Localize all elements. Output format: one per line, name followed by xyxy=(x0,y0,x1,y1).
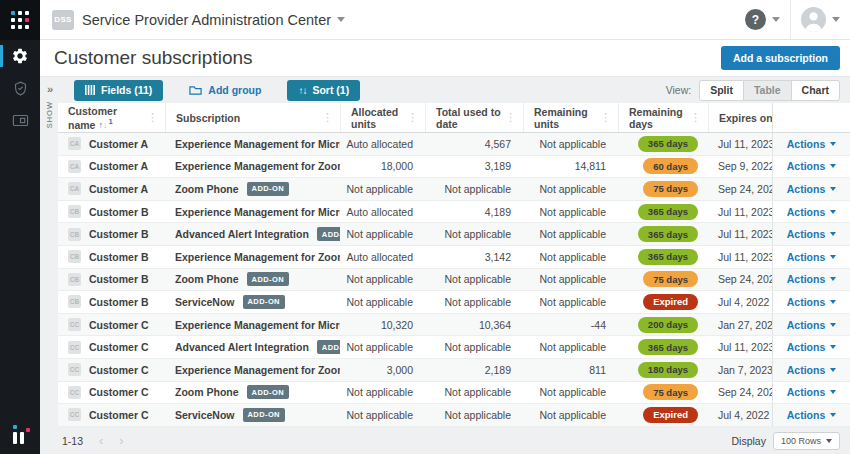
add-subscription-button[interactable]: Add a subscription xyxy=(721,46,840,70)
allocated-units-cell: 10,320 xyxy=(340,314,425,336)
column-header-remaining-days[interactable]: Remaining days ⋮ xyxy=(618,103,708,132)
expand-panel-icon[interactable]: » xyxy=(47,83,51,95)
actions-button[interactable]: Actions xyxy=(787,409,837,421)
customer-name-cell: Customer C xyxy=(89,319,149,331)
table-row[interactable]: CC Customer C Zoom Phone ADD-ON Not appl… xyxy=(58,382,850,405)
remaining-days-cell: 200 days xyxy=(618,314,708,336)
previous-page-button[interactable]: ‹ xyxy=(99,434,103,447)
view-option-chart[interactable]: Chart xyxy=(792,80,840,101)
allocated-units-cell: Auto allocated xyxy=(340,201,425,223)
table-toolbar: Fields (11) Add group ↑↓ Sort (1) View: … xyxy=(58,77,850,103)
customer-avatar: CC xyxy=(68,363,81,376)
addon-badge: ADD-ON xyxy=(243,408,285,422)
remaining-units-cell: 14,811 xyxy=(523,156,618,178)
table-row[interactable]: CA Customer A Experience Management for … xyxy=(58,156,850,179)
sort-button[interactable]: ↑↓ Sort (1) xyxy=(287,80,360,101)
subscription-name-cell: Experience Management for Microsoft xyxy=(175,206,340,218)
column-header-total-used[interactable]: Total used to date ⋮ xyxy=(425,103,523,132)
table-row[interactable]: CB Customer B Experience Management for … xyxy=(58,246,850,269)
chevron-down-icon xyxy=(830,368,836,372)
customer-name-cell: Customer B xyxy=(89,206,149,218)
column-menu-icon[interactable]: ⋮ xyxy=(688,111,703,124)
customer-name-cell: Customer C xyxy=(89,364,149,376)
remaining-days-badge: 365 days xyxy=(638,249,698,265)
actions-button[interactable]: Actions xyxy=(787,228,837,240)
allocated-units-cell: Not applicable xyxy=(340,291,425,313)
actions-button[interactable]: Actions xyxy=(787,386,837,398)
remaining-days-badge: 75 days xyxy=(643,181,698,197)
customer-avatar: CC xyxy=(68,408,81,421)
table-row[interactable]: CA Customer A Experience Management for … xyxy=(58,133,850,156)
column-menu-icon[interactable]: ⋮ xyxy=(145,111,160,124)
sidebar-item-security[interactable] xyxy=(0,72,40,104)
table-row[interactable]: CC Customer C Experience Management for … xyxy=(58,314,850,337)
actions-button[interactable]: Actions xyxy=(787,364,837,376)
actions-button[interactable]: Actions xyxy=(787,251,837,263)
customer-name-cell: Customer A xyxy=(89,138,148,150)
remaining-days-cell: 75 days xyxy=(618,269,708,291)
remaining-days-cell: 75 days xyxy=(618,178,708,200)
show-panel-label: SHOW xyxy=(45,101,54,128)
actions-cell: Actions xyxy=(772,223,850,245)
customer-name-cell: Customer B xyxy=(89,228,149,240)
chevron-down-icon xyxy=(830,164,836,168)
column-menu-icon[interactable]: ⋮ xyxy=(320,111,335,124)
remaining-units-cell: 811 xyxy=(523,359,618,381)
table-footer: 1-13 ‹ › Display 100 Rows xyxy=(58,427,850,454)
remaining-units-cell: Not applicable xyxy=(523,201,618,223)
actions-cell: Actions xyxy=(772,246,850,268)
remaining-days-cell: Expired xyxy=(618,404,708,426)
allocated-units-cell: Not applicable xyxy=(340,223,425,245)
app-launcher-icon[interactable] xyxy=(0,0,40,40)
user-menu-button[interactable] xyxy=(791,0,850,39)
next-page-button[interactable]: › xyxy=(119,434,123,447)
remaining-units-cell: Not applicable xyxy=(523,382,618,404)
actions-button[interactable]: Actions xyxy=(787,138,837,150)
brand-logo xyxy=(0,424,40,446)
view-option-split[interactable]: Split xyxy=(699,80,744,101)
actions-button[interactable]: Actions xyxy=(787,183,837,195)
column-header-customer-name[interactable]: Customer name↑↓1 ⋮ xyxy=(58,103,165,132)
table-row[interactable]: CB Customer B Experience Management for … xyxy=(58,201,850,224)
app-switcher-caret-icon[interactable] xyxy=(337,17,345,22)
table-body: CA Customer A Experience Management for … xyxy=(58,133,850,427)
table-row[interactable]: CC Customer C Advanced Alert Integration… xyxy=(58,336,850,359)
column-menu-icon[interactable]: ⋮ xyxy=(405,111,420,124)
actions-button[interactable]: Actions xyxy=(787,341,837,353)
page-header: Customer subscriptions Add a subscriptio… xyxy=(40,40,850,77)
column-menu-icon[interactable]: ⋮ xyxy=(503,111,518,124)
actions-button[interactable]: Actions xyxy=(787,296,837,308)
shield-check-icon xyxy=(12,80,29,97)
brand-dot-pink xyxy=(26,428,30,432)
view-option-table[interactable]: Table xyxy=(744,80,792,101)
sidebar-item-licenses[interactable] xyxy=(0,104,40,136)
table-row[interactable]: CA Customer A Zoom Phone ADD-ON Not appl… xyxy=(58,178,850,201)
column-header-subscription[interactable]: Subscription ⋮ xyxy=(165,103,340,132)
customer-avatar: CC xyxy=(68,386,81,399)
actions-button[interactable]: Actions xyxy=(787,160,837,172)
columns-icon xyxy=(85,85,95,95)
fields-button[interactable]: Fields (11) xyxy=(74,80,163,101)
customer-avatar: CB xyxy=(68,295,81,308)
table-row[interactable]: CB Customer B Advanced Alert Integration… xyxy=(58,223,850,246)
actions-button[interactable]: Actions xyxy=(787,319,837,331)
add-group-button[interactable]: Add group xyxy=(189,84,261,96)
customer-name-cell: Customer C xyxy=(89,409,149,421)
table-row[interactable]: CB Customer B Zoom Phone ADD-ON Not appl… xyxy=(58,269,850,292)
show-panel-strip: » SHOW xyxy=(40,77,58,157)
column-header-allocated-units[interactable]: Allocated units ⋮ xyxy=(340,103,425,132)
subscription-name-cell: Advanced Alert Integration xyxy=(175,341,309,353)
actions-button[interactable]: Actions xyxy=(787,273,837,285)
sidebar-item-administration[interactable] xyxy=(0,40,40,72)
customer-avatar: CA xyxy=(68,160,81,173)
actions-button[interactable]: Actions xyxy=(787,206,837,218)
column-header-remaining-units[interactable]: Remaining units ⋮ xyxy=(523,103,618,132)
help-menu-button[interactable]: ? xyxy=(735,0,790,39)
table-row[interactable]: CC Customer C ServiceNow ADD-ON Not appl… xyxy=(58,404,850,427)
column-menu-icon[interactable]: ⋮ xyxy=(598,111,613,124)
table-row[interactable]: CC Customer C Experience Management for … xyxy=(58,359,850,382)
table-row[interactable]: CB Customer B ServiceNow ADD-ON Not appl… xyxy=(58,291,850,314)
allocated-units-cell: Not applicable xyxy=(340,404,425,426)
allocated-units-cell: Not applicable xyxy=(340,178,425,200)
rows-per-page-select[interactable]: 100 Rows xyxy=(773,432,840,450)
